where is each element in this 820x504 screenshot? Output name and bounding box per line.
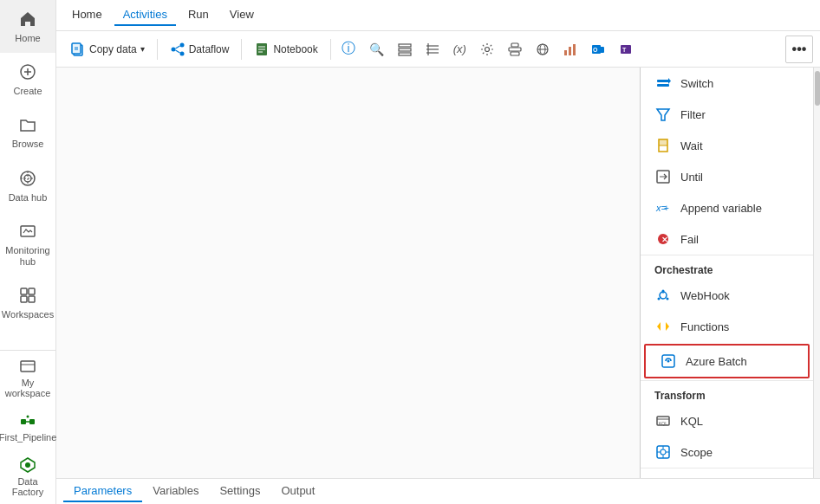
svg-text:KQL: KQL — [659, 421, 667, 426]
data-hub-icon — [17, 168, 38, 189]
teams-icon: T — [619, 42, 633, 56]
svg-point-19 — [25, 462, 30, 468]
kql-icon: KQL — [654, 412, 672, 430]
svg-rect-42 — [511, 43, 518, 47]
svg-rect-55 — [657, 80, 669, 82]
dropdown-item-scope[interactable]: Scope — [641, 436, 813, 468]
wait-icon — [654, 137, 672, 154]
svg-rect-9 — [29, 288, 35, 294]
svg-marker-75 — [666, 322, 669, 331]
more-icon: ••• — [792, 42, 807, 57]
copy-data-icon — [70, 42, 86, 57]
sep-1 — [157, 39, 158, 60]
chart-icon — [563, 42, 577, 56]
list-button[interactable] — [393, 39, 417, 60]
nav-home[interactable]: Home — [63, 4, 111, 26]
variable-button[interactable]: (x) — [448, 39, 472, 59]
variable-icon: (x) — [453, 42, 466, 55]
dropdown-item-functions[interactable]: Functions — [641, 311, 813, 342]
notebook-button[interactable]: Notebook — [247, 38, 324, 61]
dropdown-item-wait[interactable]: Wait — [641, 130, 813, 161]
sidebar-item-workspaces[interactable]: Workspaces — [0, 276, 55, 329]
dropdown-item-append-variable[interactable]: x=+ Append variable — [641, 192, 813, 223]
svg-rect-52 — [598, 47, 604, 53]
canvas-area[interactable]: Switch Filter Wait — [56, 68, 820, 478]
dropdown-item-filter[interactable]: Filter — [641, 99, 813, 130]
teams-button[interactable]: T — [614, 39, 638, 60]
scope-icon — [654, 443, 672, 461]
section-machine-learning: Machine Learning — [641, 468, 813, 478]
svg-rect-41 — [509, 48, 521, 51]
svg-point-17 — [27, 416, 29, 418]
svg-rect-14 — [21, 419, 26, 424]
scrollbar-track[interactable] — [813, 68, 820, 478]
svg-rect-33 — [399, 44, 411, 47]
globe-button[interactable] — [530, 39, 555, 60]
svg-point-40 — [485, 47, 489, 51]
svg-rect-10 — [21, 296, 27, 302]
copy-data-button[interactable]: Copy data ▾ — [63, 38, 152, 61]
tab-variables[interactable]: Variables — [142, 481, 209, 502]
monitoring-icon — [17, 221, 38, 242]
switch-icon — [654, 74, 672, 92]
svg-rect-8 — [21, 288, 27, 294]
dropdown-item-fail[interactable]: ✕ Fail — [641, 223, 813, 255]
sidebar-item-create[interactable]: Create — [0, 53, 55, 106]
dataflow-button[interactable]: Dataflow — [163, 38, 237, 61]
nav-activities[interactable]: Activities — [114, 4, 176, 26]
sidebar-item-first-pipeline[interactable]: First_Pipeline — [0, 405, 55, 449]
format-button[interactable] — [503, 39, 527, 60]
tab-settings[interactable]: Settings — [209, 481, 270, 502]
home-icon — [17, 9, 38, 29]
info-button[interactable]: ⓘ — [336, 36, 361, 61]
format-icon — [508, 42, 522, 56]
list2-button[interactable] — [420, 39, 445, 60]
sidebar: Home Create Browse Data hub Monitoring h… — [0, 0, 56, 504]
svg-rect-47 — [564, 50, 567, 55]
azure-batch-icon — [660, 352, 677, 370]
bottom-tabs: Parameters Variables Settings Output — [56, 478, 820, 504]
gear-button[interactable] — [475, 39, 499, 60]
gear-icon — [480, 42, 494, 56]
dropdown-item-webhook[interactable]: WebHook — [641, 280, 813, 311]
svg-point-24 — [171, 47, 175, 51]
outlook-button[interactable]: O — [586, 39, 610, 60]
sidebar-item-data-factory[interactable]: Data Factory — [0, 449, 55, 504]
sidebar-item-monitoring-hub[interactable]: Monitoring hub — [0, 212, 55, 276]
dropdown-item-azure-batch[interactable]: Azure Batch — [644, 344, 810, 378]
dropdown-panel-outer: Switch Filter Wait — [640, 68, 820, 478]
sidebar-item-browse[interactable]: Browse — [0, 106, 55, 158]
list2-icon — [426, 42, 439, 56]
plus-circle-icon — [17, 61, 38, 82]
until-icon — [654, 168, 672, 185]
chart-button[interactable] — [558, 39, 582, 60]
tab-parameters[interactable]: Parameters — [63, 481, 142, 502]
tab-output[interactable]: Output — [270, 481, 325, 502]
svg-rect-49 — [573, 44, 576, 55]
copy-data-arrow: ▾ — [140, 44, 145, 54]
section-orchestrate: Orchestrate — [641, 255, 813, 280]
main-area: Home Activities Run View Copy data ▾ Dat… — [56, 0, 820, 504]
more-button[interactable]: ••• — [785, 36, 813, 63]
svg-rect-48 — [569, 47, 571, 55]
dropdown-item-switch[interactable]: Switch — [641, 68, 813, 99]
svg-text:O: O — [593, 47, 598, 53]
sidebar-item-data-hub[interactable]: Data hub — [0, 159, 55, 212]
sidebar-item-my-workspace[interactable]: My workspace — [0, 351, 55, 405]
fail-icon: ✕ — [654, 230, 672, 248]
dataflow-icon — [170, 42, 185, 57]
dropdown-item-kql[interactable]: KQL KQL — [641, 405, 813, 436]
functions-icon — [654, 318, 672, 335]
search-button[interactable]: 🔍 — [364, 39, 389, 60]
toolbar: Copy data ▾ Dataflow Notebook ⓘ 🔍 — [56, 31, 820, 68]
svg-point-25 — [179, 42, 184, 47]
nav-run[interactable]: Run — [179, 4, 218, 26]
svg-rect-21 — [72, 43, 81, 54]
nav-view[interactable]: View — [221, 4, 263, 26]
sidebar-item-home[interactable]: Home — [0, 0, 55, 53]
svg-rect-35 — [399, 53, 411, 55]
append-variable-icon: x=+ — [654, 199, 672, 216]
workspaces-icon — [17, 285, 38, 306]
scrollbar-thumb[interactable] — [815, 71, 820, 106]
dropdown-item-until[interactable]: Until — [641, 161, 813, 192]
